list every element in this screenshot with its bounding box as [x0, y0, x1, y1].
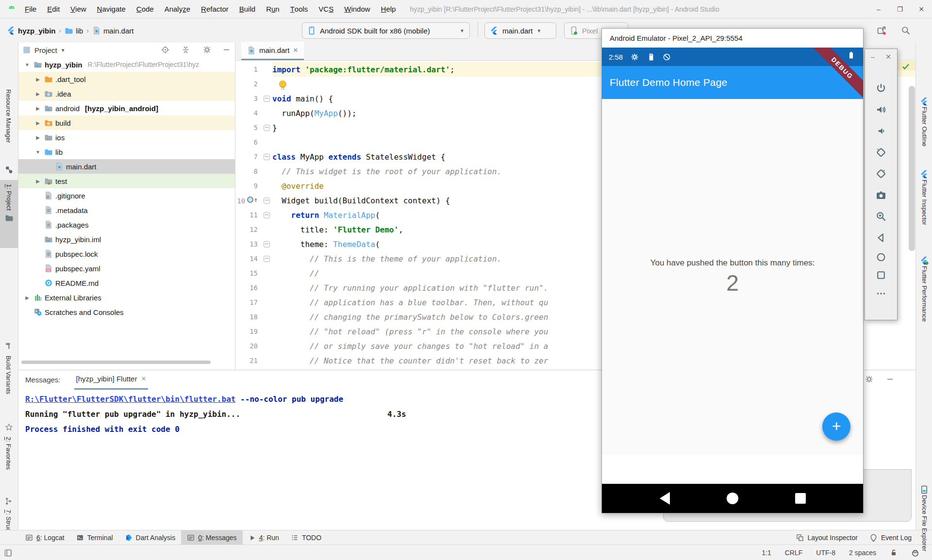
- chevron-collapsed-icon[interactable]: ▶: [34, 77, 42, 82]
- lock-open-icon[interactable]: [890, 549, 898, 557]
- restore-window-icon[interactable]: ❐: [889, 0, 911, 18]
- stripe-flutter-outline[interactable]: Flutter Outline: [921, 107, 928, 147]
- menu-window[interactable]: Window: [339, 0, 375, 18]
- editor-scrollbar[interactable]: [909, 86, 915, 251]
- toolbtn-dart-analysis[interactable]: Dart Analysis: [119, 530, 182, 545]
- more-dots-icon[interactable]: [876, 288, 886, 299]
- flutter-bat-link[interactable]: R:\Flutter\FlutterSDK\flutter\bin\flutte…: [25, 395, 235, 404]
- fold-marker-icon[interactable]: [264, 212, 270, 218]
- menu-file[interactable]: File: [19, 0, 42, 18]
- tree-item-readme-md[interactable]: README.md: [18, 276, 235, 290]
- search-icon[interactable]: [901, 26, 911, 35]
- menu-tools[interactable]: Tools: [285, 0, 314, 18]
- breadcrumb-hyzp-yibin[interactable]: hyzp_yibin: [7, 26, 56, 35]
- minimize-window-icon[interactable]: –: [868, 0, 889, 18]
- menu-vcs[interactable]: VCS: [313, 0, 339, 18]
- volume-up-icon[interactable]: [875, 104, 887, 115]
- tree-item-hyzp-yibin-iml[interactable]: hyzp_yibin.iml: [18, 232, 235, 247]
- status-crlf[interactable]: CRLF: [785, 549, 803, 557]
- back-tri-icon[interactable]: [876, 232, 887, 244]
- status-utf-8[interactable]: UTF-8: [816, 549, 835, 557]
- toolbtn-terminal[interactable]: Terminal: [70, 530, 119, 545]
- tree-item-ios[interactable]: ▶ios: [18, 130, 235, 145]
- tree-item-gitignore[interactable]: .gitignore: [18, 188, 235, 203]
- breadcrumb-lib[interactable]: lib: [65, 26, 83, 35]
- close-tab-icon[interactable]: ✕: [141, 375, 146, 382]
- chevron-collapsed-icon[interactable]: ▶: [34, 179, 42, 184]
- fold-marker-icon[interactable]: [264, 154, 270, 160]
- minimize-window-icon[interactable]: –: [871, 53, 875, 61]
- fold-marker-icon[interactable]: [264, 256, 270, 262]
- override-marker-icon[interactable]: ↑: [247, 197, 258, 203]
- device-selector-dropdown[interactable]: Android SDK built for x86 (mobile) ▼: [302, 22, 470, 39]
- stripe-flutter-inspector[interactable]: Flutter Inspector: [921, 180, 928, 225]
- camera-icon[interactable]: [875, 189, 887, 201]
- stripe-build-variants[interactable]: Build Variants: [5, 356, 12, 394]
- toolbtn-4-run[interactable]: 4: Run: [243, 530, 285, 545]
- fold-marker-icon[interactable]: [264, 96, 270, 102]
- tree-item-external-libraries[interactable]: ▶External Libraries: [18, 290, 235, 305]
- nav-home-icon[interactable]: [727, 493, 738, 504]
- toolbtn-6-logcat[interactable]: 6: Logcat: [19, 530, 70, 545]
- nav-back-icon[interactable]: [660, 492, 670, 505]
- fold-marker-icon[interactable]: [264, 125, 270, 131]
- chevron-expanded-icon[interactable]: ▼: [23, 62, 31, 67]
- inspections-ok-check-icon[interactable]: [901, 62, 910, 71]
- menu-navigate[interactable]: Navigate: [92, 0, 131, 18]
- horizontal-scrollbar[interactable]: [21, 361, 211, 364]
- chevron-collapsed-icon[interactable]: ▶: [23, 295, 31, 300]
- power-icon[interactable]: [875, 82, 887, 94]
- rotate-right-icon[interactable]: [875, 168, 887, 180]
- tree-item-android[interactable]: ▶android[hyzp_yibin_android]: [18, 101, 235, 115]
- menu-code[interactable]: Code: [131, 0, 159, 18]
- fold-marker-icon[interactable]: [264, 241, 270, 247]
- stripe-favorites[interactable]: 2: Favorites: [5, 437, 12, 470]
- tab-main-dart[interactable]: main.dart ✕: [241, 42, 304, 60]
- home-circle-icon[interactable]: [876, 252, 887, 263]
- zoom-in-icon[interactable]: [876, 211, 887, 222]
- attach-debugger-icon[interactable]: [877, 26, 886, 35]
- breadcrumb-main-dart[interactable]: main.dart: [92, 26, 134, 35]
- status-1-1[interactable]: 1:1: [762, 549, 771, 557]
- stripe-device-file-explorer[interactable]: Device File Explorer: [921, 495, 928, 551]
- tree-item-pubspec-yaml[interactable]: YMLpubspec.yaml: [18, 261, 235, 276]
- stripe-resource-manager[interactable]: Resource Manager: [5, 89, 12, 143]
- menu-run[interactable]: Run: [261, 0, 285, 18]
- console-command-line[interactable]: R:\Flutter\FlutterSDK\flutter\bin\flutte…: [25, 395, 343, 404]
- chevron-collapsed-icon[interactable]: ▶: [34, 135, 42, 140]
- tree-item-metadata[interactable]: .metadata: [18, 203, 235, 217]
- rotate-left-icon[interactable]: [875, 147, 887, 158]
- menu-refactor[interactable]: Refactor: [196, 0, 234, 18]
- status-2-spaces[interactable]: 2 spaces: [849, 549, 876, 557]
- volume-down-icon[interactable]: [876, 126, 886, 136]
- chevron-collapsed-icon[interactable]: ▶: [34, 91, 42, 97]
- close-tab-icon[interactable]: ✕: [293, 47, 299, 54]
- project-panel-title[interactable]: Project: [34, 46, 57, 54]
- tool-window-switcher-icon[interactable]: [4, 549, 12, 557]
- intention-bulb-icon[interactable]: [279, 81, 286, 88]
- menu-view[interactable]: View: [65, 0, 92, 18]
- hide-panel-icon[interactable]: [222, 46, 231, 54]
- fold-marker-icon[interactable]: [264, 198, 270, 204]
- close-window-icon[interactable]: ✕: [885, 53, 891, 61]
- tree-item-dart-tool[interactable]: ▶.dart_tool: [18, 72, 235, 86]
- menu-build[interactable]: Build: [234, 0, 261, 18]
- run-config-dropdown[interactable]: main.dart ▼: [484, 22, 556, 39]
- nav-overview-icon[interactable]: [795, 493, 806, 504]
- structure-icon[interactable]: [5, 497, 13, 505]
- tree-item-hyzp-yibin[interactable]: ▼hyzp_yibinR:\FlutterProject\FlutterProj…: [18, 57, 235, 72]
- tree-item-main-dart[interactable]: main.dart: [18, 159, 235, 174]
- hide-panel-icon[interactable]: [886, 375, 894, 383]
- menu-help[interactable]: Help: [376, 0, 401, 18]
- tree-item-idea[interactable]: ▶.idea: [18, 86, 235, 101]
- collapse-all-icon[interactable]: [182, 46, 190, 54]
- close-window-icon[interactable]: ✕: [911, 0, 932, 18]
- toolbtn-layout-inspector[interactable]: Layout Inspector: [790, 530, 864, 545]
- hammer-icon[interactable]: [5, 342, 13, 350]
- messages-tab-flutter[interactable]: [hyzp_yibin] Flutter ✕: [74, 370, 149, 390]
- locate-file-icon[interactable]: [161, 46, 169, 54]
- chevron-collapsed-icon[interactable]: ▶: [34, 106, 42, 111]
- menu-analyze[interactable]: Analyze: [159, 0, 196, 18]
- toolbtn-event-log[interactable]: Event Log: [864, 530, 917, 545]
- chevron-expanded-icon[interactable]: ▼: [34, 149, 42, 155]
